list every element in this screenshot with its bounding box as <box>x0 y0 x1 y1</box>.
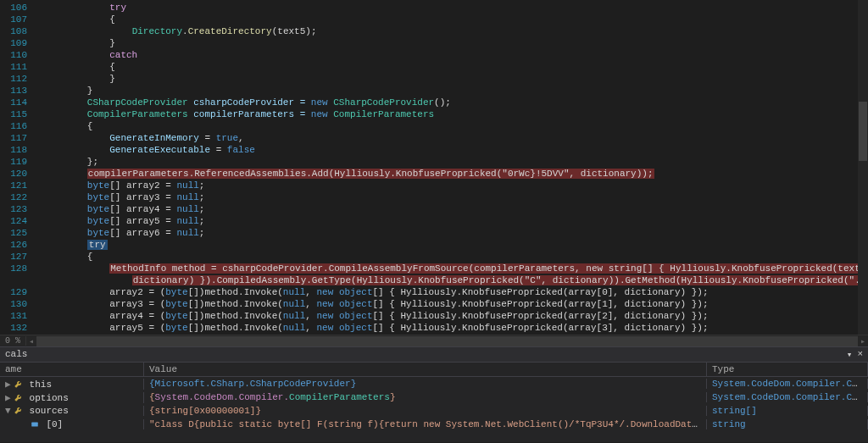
line-number: 116 <box>0 120 42 132</box>
line-number: 130 <box>0 298 42 310</box>
wrench-icon <box>14 393 24 403</box>
locals-header-value[interactable]: Value <box>144 363 707 376</box>
code-line[interactable]: array4 = (byte[])method.Invoke(null, new… <box>42 310 868 322</box>
code-line[interactable]: } <box>42 37 868 49</box>
code-line[interactable]: { <box>42 120 868 132</box>
code-editor[interactable]: 1061071081091101111121131141151161171181… <box>0 0 868 335</box>
svg-rect-0 <box>31 423 38 427</box>
locals-value-cell[interactable]: {string[0x00000001]} <box>144 406 707 416</box>
line-number: 131 <box>0 310 42 322</box>
wrench-icon <box>14 406 24 416</box>
line-number: 125 <box>0 227 42 239</box>
line-number: 132 <box>0 322 42 334</box>
code-line[interactable]: }; <box>42 156 868 168</box>
code-line[interactable]: { <box>42 251 868 263</box>
line-number: 123 <box>0 203 42 215</box>
locals-row[interactable]: ▼ sources{string[0x00000001]}string[] <box>0 404 868 418</box>
line-number: 117 <box>0 132 42 144</box>
code-line[interactable]: byte[] array2 = null; <box>42 180 868 191</box>
code-line[interactable]: byte[] array3 = null; <box>42 191 868 203</box>
code-line[interactable]: GenerateExecutable = false <box>42 144 868 156</box>
code-line[interactable]: compilerParameters.ReferencedAssemblies.… <box>42 168 868 180</box>
locals-value-cell[interactable]: "class D{public static byte[] F(string f… <box>144 419 707 429</box>
locals-name-cell[interactable]: ▼ sources <box>0 406 144 416</box>
h-scroll-thumb[interactable] <box>36 336 858 346</box>
line-number: 126 <box>0 239 42 251</box>
locals-name-cell[interactable]: ▶ this <box>0 379 144 390</box>
line-number: 118 <box>0 144 42 156</box>
locals-row[interactable]: ▶ this{Microsoft.CSharp.CSharpCodeProvid… <box>0 377 868 390</box>
locals-panel[interactable]: ame Value Type ▶ this{Microsoft.CSharp.C… <box>0 363 868 442</box>
locals-type-cell[interactable]: System.CodeDom.Compiler.Com... <box>707 392 868 402</box>
line-number <box>0 274 42 286</box>
line-number: 124 <box>0 215 42 227</box>
code-line[interactable]: CompilerParameters compilerParameters = … <box>42 108 868 120</box>
line-number: 128 <box>0 263 42 274</box>
h-scroll-track[interactable] <box>36 336 858 346</box>
code-line[interactable]: Directory.CreateDirectory(text5); <box>42 25 868 37</box>
locals-type-cell[interactable]: string[] <box>707 406 868 416</box>
line-number: 121 <box>0 180 42 191</box>
horizontal-scrollbar[interactable]: 0 % ◂ ▸ <box>0 335 868 346</box>
locals-panel-title: cals <box>5 349 27 360</box>
code-line[interactable]: array3 = (byte[])method.Invoke(null, new… <box>42 298 868 310</box>
code-line[interactable]: { <box>42 61 868 73</box>
locals-body[interactable]: ▶ this{Microsoft.CSharp.CSharpCodeProvid… <box>0 377 868 442</box>
line-number: 120 <box>0 168 42 180</box>
locals-row[interactable]: ▶ options{System.CodeDom.Compiler.Compil… <box>0 390 868 404</box>
scroll-right-icon[interactable]: ▸ <box>858 336 868 346</box>
tree-toggle-icon[interactable]: ▶ <box>5 379 14 390</box>
code-line[interactable]: CSharpCodeProvider csharpCodeProvider = … <box>42 97 868 108</box>
code-line[interactable]: { <box>42 14 868 25</box>
scroll-left-icon[interactable]: ◂ <box>26 336 36 346</box>
code-line[interactable]: array5 = (byte[])method.Invoke(null, new… <box>42 322 868 334</box>
locals-value-cell[interactable]: {Microsoft.CSharp.CSharpCodeProvider} <box>144 379 707 389</box>
scrollbar-thumb[interactable] <box>859 102 867 161</box>
code-line[interactable]: byte[] array6 = null; <box>42 227 868 239</box>
locals-header-type[interactable]: Type <box>707 363 868 376</box>
line-number: 127 <box>0 251 42 263</box>
code-line[interactable]: dictionary) }).CompiledAssembly.GetType(… <box>42 274 868 286</box>
code-line[interactable]: } <box>42 73 868 85</box>
code-line[interactable]: try <box>42 2 868 14</box>
line-number-gutter: 1061071081091101111121131141151161171181… <box>0 0 42 335</box>
locals-header-name[interactable]: ame <box>0 363 144 376</box>
tree-toggle-icon[interactable]: ▶ <box>5 392 14 403</box>
window-position-icon[interactable]: ▾ <box>847 349 853 360</box>
code-line[interactable]: byte[] array5 = null; <box>42 215 868 227</box>
locals-header-row: ame Value Type <box>0 363 868 377</box>
code-line[interactable]: MethodInfo method = csharpCodeProvider.C… <box>42 263 868 274</box>
line-number: 133 <box>0 334 42 335</box>
wrench-icon <box>14 379 24 390</box>
line-number: 122 <box>0 191 42 203</box>
zoom-level[interactable]: 0 % <box>0 336 26 346</box>
code-content[interactable]: try { Directory.CreateDirectory(text5); … <box>42 0 868 335</box>
line-number: 112 <box>0 73 42 85</box>
locals-name-cell[interactable]: ▶ options <box>0 392 144 403</box>
line-number: 119 <box>0 156 42 168</box>
field-icon <box>31 419 41 429</box>
code-line[interactable]: } <box>42 85 868 97</box>
line-number: 129 <box>0 286 42 298</box>
locals-panel-title-bar[interactable]: cals ▾ × <box>0 346 868 363</box>
line-number: 115 <box>0 108 42 120</box>
locals-name-cell[interactable]: [0] <box>0 419 144 429</box>
locals-value-cell[interactable]: {System.CodeDom.Compiler.CompilerParamet… <box>144 392 707 402</box>
code-line[interactable]: byte[] array4 = null; <box>42 203 868 215</box>
code-line[interactable]: GenerateInMemory = true, <box>42 132 868 144</box>
code-line[interactable]: catch <box>42 49 868 61</box>
line-number: 106 <box>0 2 42 14</box>
close-icon[interactable]: × <box>857 349 863 360</box>
line-number: 114 <box>0 97 42 108</box>
vertical-scrollbar[interactable] <box>858 0 868 335</box>
line-number: 107 <box>0 14 42 25</box>
locals-type-cell[interactable]: string <box>707 419 868 429</box>
code-line[interactable]: array6 = (byte[])method.Invoke(null, new… <box>42 334 868 335</box>
locals-type-cell[interactable]: System.CodeDom.Compiler.Code... <box>707 379 868 389</box>
tree-toggle-icon[interactable]: ▼ <box>5 406 14 416</box>
code-line[interactable]: try <box>42 239 868 251</box>
locals-row[interactable]: [0]"class D{public static byte[] F(strin… <box>0 418 868 431</box>
code-line[interactable]: array2 = (byte[])method.Invoke(null, new… <box>42 286 868 298</box>
line-number: 108 <box>0 25 42 37</box>
line-number: 113 <box>0 85 42 97</box>
